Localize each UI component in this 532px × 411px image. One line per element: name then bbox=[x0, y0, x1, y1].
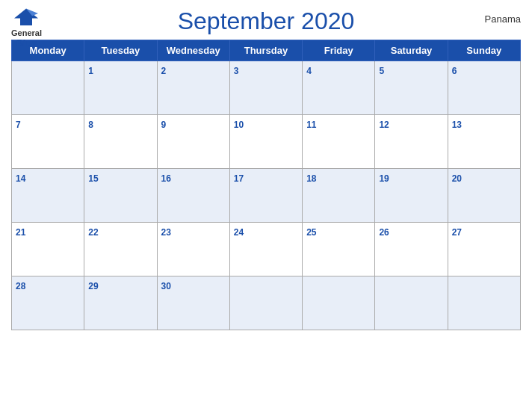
calendar-day-22: 22 bbox=[84, 223, 157, 276]
calendar-day-26: 26 bbox=[375, 223, 448, 276]
calendar-day-5: 5 bbox=[375, 61, 448, 115]
day-number: 7 bbox=[16, 120, 21, 130]
calendar-day-20: 20 bbox=[448, 169, 520, 223]
calendar-day-15: 15 bbox=[84, 169, 157, 223]
day-number: 22 bbox=[88, 227, 98, 238]
day-number: 27 bbox=[452, 227, 462, 238]
calendar-empty-day bbox=[375, 276, 448, 330]
day-number: 17 bbox=[234, 173, 244, 184]
calendar-day-16: 16 bbox=[157, 169, 229, 223]
page-title: September 2020 bbox=[178, 7, 355, 35]
weekday-header-thursday: Thursday bbox=[229, 40, 302, 61]
day-number: 14 bbox=[16, 173, 25, 184]
calendar-day-1: 1 bbox=[84, 61, 157, 115]
svg-marker-0 bbox=[14, 9, 38, 25]
day-number: 15 bbox=[88, 173, 98, 184]
day-number: 23 bbox=[161, 227, 171, 238]
weekday-header-saturday: Saturday bbox=[375, 40, 448, 61]
logo-blue-text: Blue bbox=[16, 37, 37, 49]
day-number: 1 bbox=[88, 66, 93, 76]
day-number: 9 bbox=[161, 120, 167, 130]
calendar-day-29: 29 bbox=[84, 276, 157, 330]
day-number: 12 bbox=[379, 120, 389, 130]
day-number: 8 bbox=[88, 120, 93, 130]
day-number: 18 bbox=[306, 173, 316, 184]
day-number: 13 bbox=[452, 120, 462, 130]
calendar-week-row: 282930 bbox=[12, 276, 521, 330]
day-number: 28 bbox=[16, 281, 25, 291]
day-number: 19 bbox=[379, 173, 389, 184]
weekday-header-friday: Friday bbox=[303, 40, 375, 61]
weekday-header-tuesday: Tuesday bbox=[84, 40, 157, 61]
calendar-table: MondayTuesdayWednesdayThursdayFridaySatu… bbox=[11, 40, 521, 330]
calendar-header: General Blue September 2020 Panama bbox=[11, 7, 521, 35]
day-number: 3 bbox=[234, 66, 239, 76]
calendar-day-9: 9 bbox=[157, 115, 229, 169]
day-number: 5 bbox=[379, 66, 384, 76]
calendar-day-30: 30 bbox=[157, 276, 229, 330]
calendar-empty-day bbox=[229, 276, 302, 330]
calendar-week-row: 21222324252627 bbox=[12, 223, 521, 276]
calendar-day-2: 2 bbox=[157, 61, 229, 115]
calendar-day-8: 8 bbox=[84, 115, 157, 169]
logo-bird-icon bbox=[11, 7, 41, 28]
calendar-day-13: 13 bbox=[448, 115, 520, 169]
calendar-day-4: 4 bbox=[303, 61, 375, 115]
logo-general-text: General bbox=[11, 28, 42, 37]
weekday-header-row: MondayTuesdayWednesdayThursdayFridaySatu… bbox=[12, 40, 521, 61]
calendar-day-27: 27 bbox=[448, 223, 520, 276]
day-number: 10 bbox=[234, 120, 244, 130]
calendar-day-19: 19 bbox=[375, 169, 448, 223]
calendar-day-25: 25 bbox=[303, 223, 375, 276]
day-number: 30 bbox=[161, 281, 171, 291]
day-number: 4 bbox=[306, 66, 312, 76]
calendar-day-18: 18 bbox=[303, 169, 375, 223]
day-number: 16 bbox=[161, 173, 171, 184]
day-number: 20 bbox=[452, 173, 462, 184]
calendar-week-row: 78910111213 bbox=[12, 115, 521, 169]
calendar-day-24: 24 bbox=[229, 223, 302, 276]
calendar-empty-day bbox=[448, 276, 520, 330]
calendar-day-10: 10 bbox=[229, 115, 302, 169]
calendar-day-14: 14 bbox=[12, 169, 84, 223]
calendar-empty-day bbox=[303, 276, 375, 330]
day-number: 2 bbox=[161, 66, 167, 76]
day-number: 11 bbox=[306, 120, 316, 130]
calendar-day-12: 12 bbox=[375, 115, 448, 169]
day-number: 21 bbox=[16, 227, 25, 238]
weekday-header-sunday: Sunday bbox=[448, 40, 520, 61]
calendar-day-7: 7 bbox=[12, 115, 84, 169]
calendar-week-row: 123456 bbox=[12, 61, 521, 115]
logo: General Blue bbox=[11, 7, 42, 49]
calendar-day-6: 6 bbox=[448, 61, 520, 115]
day-number: 24 bbox=[234, 227, 244, 238]
calendar-day-28: 28 bbox=[12, 276, 84, 330]
calendar-day-23: 23 bbox=[157, 223, 229, 276]
calendar-day-3: 3 bbox=[229, 61, 302, 115]
calendar-week-row: 14151617181920 bbox=[12, 169, 521, 223]
calendar-empty-day bbox=[12, 61, 84, 115]
calendar-day-17: 17 bbox=[229, 169, 302, 223]
day-number: 25 bbox=[306, 227, 316, 238]
weekday-header-wednesday: Wednesday bbox=[157, 40, 229, 61]
country-label: Panama bbox=[485, 13, 521, 25]
day-number: 29 bbox=[88, 281, 98, 291]
day-number: 6 bbox=[452, 66, 457, 76]
calendar-day-11: 11 bbox=[303, 115, 375, 169]
day-number: 26 bbox=[379, 227, 389, 238]
calendar-day-21: 21 bbox=[12, 223, 84, 276]
